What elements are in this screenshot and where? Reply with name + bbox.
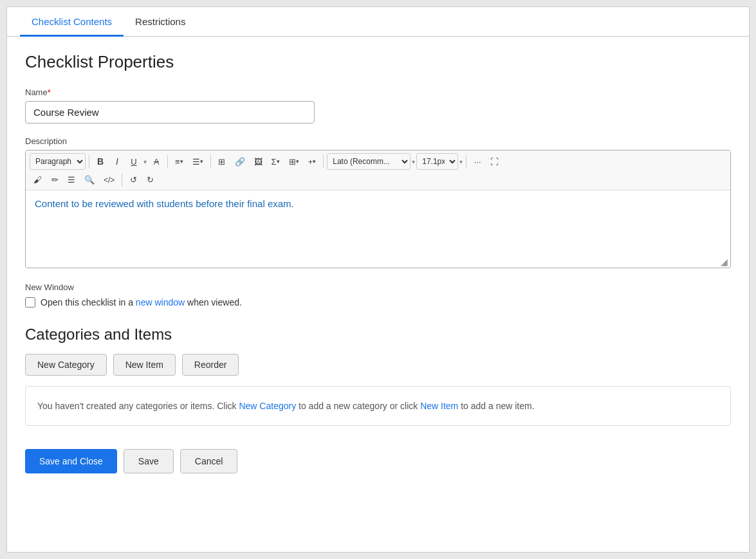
new-window-checkbox[interactable] <box>25 297 35 307</box>
empty-new-category-link[interactable]: New Category <box>239 401 296 411</box>
name-input[interactable] <box>25 101 315 124</box>
empty-msg-1: You haven't created any categories or it… <box>37 401 214 411</box>
name-label: Name* <box>25 87 731 97</box>
new-window-label: New Window <box>25 282 731 292</box>
categories-buttons: New Category New Item Reorder <box>25 354 731 376</box>
empty-msg-4: to add a new item. <box>461 401 534 411</box>
empty-msg-3: to add a new category or click <box>299 401 420 411</box>
fullscreen-button[interactable]: ⛶ <box>486 154 502 169</box>
page-content: Checklist Properties Name* Description P… <box>7 37 749 495</box>
font-size-select[interactable]: 17.1px <box>416 153 458 170</box>
new-window-checkbox-row: Open this checklist in a new window when… <box>25 297 731 307</box>
bold-button[interactable]: B <box>93 154 108 169</box>
ellipsis-button[interactable]: ··· <box>470 154 485 169</box>
tab-checklist-contents[interactable]: Checklist Contents <box>20 7 124 37</box>
font-select[interactable]: Lato (Recomm... <box>327 153 410 170</box>
empty-categories-message: You haven't created any categories or it… <box>25 386 731 426</box>
save-button[interactable]: Save <box>124 449 174 473</box>
code-button[interactable]: </> <box>100 173 118 187</box>
new-item-button[interactable]: New Item <box>113 354 176 376</box>
underline-button[interactable]: U <box>126 154 142 169</box>
tabs-bar: Checklist Contents Restrictions <box>7 7 749 37</box>
resize-handle: ◢ <box>721 257 728 266</box>
editor-content: Content to be reviewed with students bef… <box>35 198 294 209</box>
new-window-link[interactable]: new window <box>136 297 185 307</box>
description-label: Description <box>25 136 731 146</box>
paint-button[interactable]: 🖌 <box>30 172 46 187</box>
cancel-button[interactable]: Cancel <box>180 449 238 473</box>
plus-button[interactable]: +▾ <box>304 154 320 169</box>
sigma-button[interactable]: Σ▾ <box>268 154 284 169</box>
new-window-section: New Window Open this checklist in a new … <box>25 282 731 307</box>
empty-new-item-link[interactable]: New Item <box>420 401 458 411</box>
find-button[interactable]: 🔍 <box>80 172 98 187</box>
image-button[interactable]: 🖼 <box>250 154 266 169</box>
highlight-button[interactable]: ✏ <box>47 172 62 187</box>
paragraph-select[interactable]: Paragraph Heading 1 Heading 2 <box>30 153 86 170</box>
undo-button[interactable]: ↺ <box>125 172 141 187</box>
new-window-checkbox-text: Open this checklist in a new window when… <box>41 297 242 307</box>
indent-button[interactable]: ☰ <box>64 172 79 187</box>
insert-special-button[interactable]: ⊞ <box>214 154 230 169</box>
redo-button[interactable]: ↻ <box>142 172 158 187</box>
save-close-button[interactable]: Save and Close <box>25 449 117 473</box>
table-button[interactable]: ⊞▾ <box>285 154 303 169</box>
link-button[interactable]: 🔗 <box>231 154 249 169</box>
reorder-button[interactable]: Reorder <box>182 354 239 376</box>
strikethrough-button[interactable]: A <box>149 154 164 169</box>
tab-restrictions[interactable]: Restrictions <box>124 7 197 37</box>
rich-text-editor: Paragraph Heading 1 Heading 2 B I U ▾ A … <box>25 150 731 268</box>
editor-body[interactable]: Content to be reviewed with students bef… <box>26 190 730 268</box>
new-category-button[interactable]: New Category <box>25 354 107 376</box>
categories-section: Categories and Items New Category New It… <box>25 325 731 426</box>
name-required: * <box>48 87 51 97</box>
page-title: Checklist Properties <box>25 52 731 72</box>
italic-button[interactable]: I <box>109 154 125 169</box>
editor-toolbar: Paragraph Heading 1 Heading 2 B I U ▾ A … <box>26 151 730 190</box>
categories-title: Categories and Items <box>25 325 731 344</box>
footer-buttons: Save and Close Save Cancel <box>25 449 731 480</box>
align-button[interactable]: ≡▾ <box>171 154 187 169</box>
list-button[interactable]: ☰▾ <box>189 154 207 169</box>
main-container: Checklist Contents Restrictions Checklis… <box>6 6 750 553</box>
empty-msg-2: Click <box>217 401 239 411</box>
